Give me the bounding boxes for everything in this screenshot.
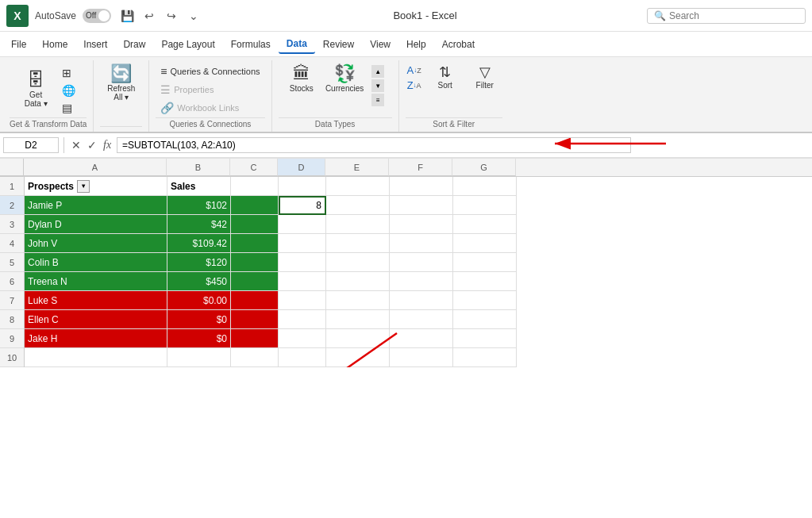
cell-g4[interactable] [453,234,517,253]
refresh-all-button[interactable]: 🔄 RefreshAll ▾ [104,63,139,103]
formula-confirm-icon[interactable]: ✓ [85,137,99,153]
cell-d8[interactable] [279,310,326,329]
scroll-more-button[interactable]: ≡ [371,94,384,106]
redo-icon[interactable]: ↪ [162,6,181,25]
get-data-button[interactable]: 🗄 GetData ▾ [16,70,56,109]
filter-dropdown-a1[interactable]: ▾ [77,180,90,193]
cell-a3[interactable]: Dylan D [25,215,167,234]
row-header-9[interactable]: 9 [0,329,24,348]
cell-a8[interactable]: Ellen C [25,310,167,329]
cell-b7[interactable]: $0.00 [167,291,231,310]
cell-g3[interactable] [453,215,517,234]
cell-c3[interactable] [231,215,279,234]
scroll-down-button[interactable]: ▼ [371,79,384,92]
col-header-f[interactable]: F [389,159,452,176]
cell-f6[interactable] [390,272,453,291]
cell-g9[interactable] [453,329,517,348]
cell-b2[interactable]: $102 [167,196,231,215]
row-header-2[interactable]: 2 [0,196,24,215]
sort-za-button[interactable]: Z ↓ A [406,79,423,92]
cell-g5[interactable] [453,253,517,272]
cell-d3[interactable] [279,215,326,234]
cell-d6[interactable] [279,272,326,291]
cell-e1[interactable] [326,177,390,196]
properties-button[interactable]: ☰ Properties [156,82,264,98]
row-header-10[interactable]: 10 [0,348,24,367]
queries-connections-button[interactable]: ≡ Queries & Connections [156,63,264,79]
row-header-6[interactable]: 6 [0,272,24,291]
cell-b5[interactable]: $120 [167,253,231,272]
cell-g8[interactable] [453,310,517,329]
cell-a6[interactable]: Treena N [25,272,167,291]
cell-e9[interactable] [326,329,390,348]
workbook-links-button[interactable]: 🔗 Workbook Links [156,100,264,116]
ribbon-btn-sm-2[interactable]: 🌐 [57,82,80,98]
filter-button[interactable]: ▽ Filter [468,63,502,91]
cell-d5[interactable] [279,253,326,272]
menu-acrobat[interactable]: Acrobat [434,36,483,53]
ribbon-btn-sm-1[interactable]: ⊞ [57,65,80,81]
cell-b3[interactable]: $42 [167,215,231,234]
formula-fx-icon[interactable]: fx [101,137,114,153]
row-header-7[interactable]: 7 [0,291,24,310]
col-header-e[interactable]: E [325,159,389,176]
sort-az-button[interactable]: A ↓ Z [406,63,423,77]
cell-c1[interactable] [231,177,279,196]
cell-g2[interactable] [453,196,517,215]
row-header-4[interactable]: 4 [0,234,24,253]
cell-e5[interactable] [326,253,390,272]
menu-page-layout[interactable]: Page Layout [153,36,222,53]
cell-a2[interactable]: Jamie P [25,196,167,215]
cell-e8[interactable] [326,310,390,329]
cell-f5[interactable] [390,253,453,272]
row-header-8[interactable]: 8 [0,310,24,329]
save-icon[interactable]: 💾 [117,6,137,25]
cell-f1[interactable] [390,177,453,196]
cell-a5[interactable]: Colin B [25,253,167,272]
cell-c5[interactable] [231,253,279,272]
undo-icon[interactable]: ↩ [140,6,159,25]
cell-g10[interactable] [453,348,517,367]
cell-a1[interactable]: Prospects ▾ [25,177,167,196]
cell-f3[interactable] [390,215,453,234]
cell-c2[interactable] [231,196,279,215]
cell-g1[interactable] [453,177,517,196]
cell-e3[interactable] [326,215,390,234]
menu-view[interactable]: View [362,36,398,53]
col-header-b[interactable]: B [167,159,230,176]
cell-a9[interactable]: Jake H [25,329,167,348]
cell-f9[interactable] [390,329,453,348]
currencies-button[interactable]: 💱 Currencies [322,63,367,94]
cell-g7[interactable] [453,291,517,310]
menu-review[interactable]: Review [315,36,362,53]
cell-b1[interactable]: Sales [167,177,231,196]
cell-e2[interactable] [326,196,390,215]
autosave-toggle[interactable]: Off [83,9,111,23]
cell-c4[interactable] [231,234,279,253]
cell-c10[interactable] [231,348,279,367]
menu-home[interactable]: Home [34,36,75,53]
col-header-a[interactable]: A [24,159,167,176]
col-header-d[interactable]: D [278,159,325,176]
col-header-c[interactable]: C [230,159,278,176]
menu-insert[interactable]: Insert [75,36,115,53]
cell-e4[interactable] [326,234,390,253]
formula-cancel-icon[interactable]: ✕ [69,137,83,153]
cell-b9[interactable]: $0 [167,329,231,348]
stocks-button[interactable]: 🏛 Stocks [284,63,319,94]
cell-b10[interactable] [167,348,231,367]
sort-button[interactable]: ⇅ Sort [428,63,463,91]
row-header-5[interactable]: 5 [0,253,24,272]
cell-f2[interactable] [390,196,453,215]
search-input[interactable] [669,10,796,21]
cell-f10[interactable] [390,348,453,367]
menu-help[interactable]: Help [398,36,434,53]
cell-d4[interactable] [279,234,326,253]
cell-f8[interactable] [390,310,453,329]
cell-c9[interactable] [231,329,279,348]
cell-f4[interactable] [390,234,453,253]
more-icon[interactable]: ⌄ [184,6,203,25]
cell-d9[interactable] [279,329,326,348]
cell-e7[interactable] [326,291,390,310]
menu-file[interactable]: File [3,36,34,53]
